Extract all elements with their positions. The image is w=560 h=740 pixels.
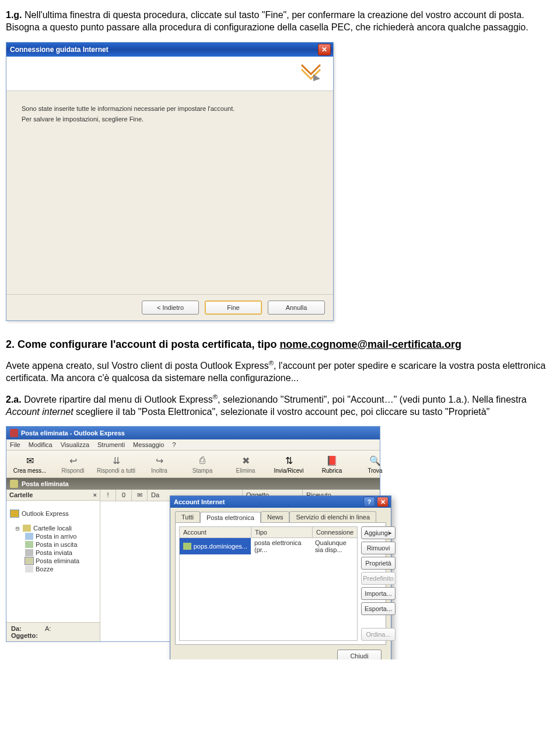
- tb-contacts[interactable]: 📕Rubrica: [312, 453, 352, 475]
- col-priority[interactable]: !: [100, 490, 116, 501]
- account-list-header: Account Tipo Connessione: [180, 527, 357, 538]
- wizard-title: Connessione guidata Internet: [10, 46, 318, 54]
- tree-local[interactable]: ⊟Cartelle locali: [10, 524, 100, 532]
- tb-delete: ✖Elimina: [226, 453, 265, 475]
- wizard-titlebar: Connessione guidata Internet ✕: [6, 43, 333, 57]
- account-side-buttons: Aggiungi Rimuovi Proprietà Predefinito I…: [361, 526, 396, 641]
- tree-close-icon[interactable]: ×: [93, 491, 97, 498]
- wizard-line2: Per salvare le impostazioni, scegliere F…: [22, 116, 318, 123]
- reply-icon: ↩: [66, 454, 80, 467]
- oe-icon: [10, 509, 19, 518]
- account-conn: Qualunque sia disp...: [312, 538, 357, 554]
- finish-button[interactable]: Fine: [205, 301, 262, 315]
- forward-icon: ↪: [152, 454, 166, 467]
- outbox-icon: [25, 541, 33, 548]
- menu-view[interactable]: Visualizza: [61, 441, 89, 448]
- para-2a-a: Dovrete ripartire dal menu di Outlook Ex…: [22, 395, 213, 404]
- heading-2: 2. Come configurare l'account di posta c…: [6, 338, 554, 351]
- drafts-icon: [25, 566, 33, 573]
- menu-help[interactable]: ?: [172, 441, 176, 448]
- wizard-button-row: < Indietro Fine Annulla: [6, 294, 333, 320]
- reg-mark-2: ®: [213, 393, 218, 400]
- tab-all[interactable]: Tutti: [175, 511, 200, 522]
- menu-edit[interactable]: Modifica: [29, 441, 52, 448]
- tree-sent[interactable]: Posta inviata: [10, 549, 100, 557]
- tb-replyall: ⇊Rispondi a tutti: [96, 453, 136, 475]
- tree-outbox[interactable]: Posta in uscita: [10, 540, 100, 549]
- wizard-flag-icon: [298, 61, 324, 87]
- account-internet-dialog: Account Internet ? ✕ Tutti Posta elettro…: [170, 495, 391, 659]
- close-icon[interactable]: ✕: [318, 44, 331, 55]
- remove-button[interactable]: Rimuovi: [361, 542, 396, 554]
- delete-icon: ✖: [239, 454, 253, 467]
- svg-marker-0: [313, 74, 320, 81]
- order-button: Ordina...: [361, 628, 396, 641]
- tree-drafts[interactable]: Bozze: [10, 565, 100, 573]
- create-icon: ✉: [23, 454, 37, 467]
- oe-titlebar: Posta eliminata - Outlook Express: [6, 427, 380, 439]
- acol-account[interactable]: Account: [180, 527, 251, 537]
- close-button[interactable]: Chiudi: [337, 650, 382, 659]
- folder-tree-header: Cartelle ×: [6, 490, 100, 501]
- outlook-express-window: Posta eliminata - Outlook Express File M…: [6, 426, 380, 642]
- deleted-icon: [25, 557, 33, 564]
- contacts-icon: 📕: [325, 454, 339, 467]
- wizard-body: Sono state inserite tutte le informazion…: [6, 91, 333, 294]
- acct-titlebar: Account Internet ? ✕: [170, 496, 391, 508]
- oe-subtitlebar: Posta eliminata: [6, 478, 380, 490]
- tree-deleted[interactable]: Posta eliminata: [10, 557, 100, 565]
- tab-mail[interactable]: Posta elettronica: [200, 512, 261, 523]
- inbox-icon: [25, 533, 33, 540]
- para-2a-c: scegliere il tab "Posta Elettronica", se…: [74, 407, 490, 417]
- import-button[interactable]: Importa...: [361, 587, 396, 600]
- account-name: pops.dominioges...: [194, 543, 247, 550]
- wizard-line1: Sono state inserite tutte le informazion…: [22, 105, 318, 112]
- para-1g-lead: 1.g.: [6, 10, 22, 20]
- add-button[interactable]: Aggiungi: [361, 526, 396, 539]
- menu-file[interactable]: File: [10, 441, 20, 448]
- account-list: Account Tipo Connessione pops.dominioges…: [179, 526, 358, 641]
- find-icon: 🔍: [368, 454, 382, 467]
- oe-app-icon: [10, 429, 18, 437]
- menu-message[interactable]: Messaggio: [133, 441, 164, 448]
- folder-tree-title: Cartelle: [9, 491, 33, 498]
- tb-sendrecv[interactable]: ⇅Invia/Ricevi: [269, 453, 309, 475]
- tb-forward: ↪Inoltra: [139, 453, 179, 475]
- preview-pane: Da:A: Oggetto:: [6, 622, 100, 641]
- acol-type[interactable]: Tipo: [251, 527, 313, 537]
- tab-news[interactable]: News: [261, 511, 290, 522]
- account-type: posta elettronica (pr...: [251, 538, 312, 554]
- heading-2-prefix: 2. Come configurare l'account di posta c…: [6, 338, 279, 350]
- sendrecv-icon: ⇅: [282, 454, 296, 467]
- local-folder-icon: [23, 525, 31, 532]
- tree-root[interactable]: Outlook Express: [10, 503, 100, 524]
- acct-title: Account Internet: [174, 498, 362, 505]
- tb-find[interactable]: 🔍Trova: [355, 453, 395, 475]
- acct-close-icon[interactable]: ✕: [377, 497, 388, 507]
- col-attach[interactable]: 0: [116, 490, 132, 501]
- cancel-button[interactable]: Annulla: [268, 301, 325, 315]
- menu-tools[interactable]: Strumenti: [97, 441, 125, 448]
- acol-conn[interactable]: Connessione: [313, 527, 357, 537]
- back-button[interactable]: < Indietro: [142, 301, 199, 315]
- oe-toolbar: ✉Crea mess... ↩Rispondi ⇊Rispondi a tutt…: [6, 451, 380, 478]
- tab-directory[interactable]: Servizio di elenchi in linea: [289, 511, 376, 522]
- para-intro: Avete appena creato, sul Vostro client d…: [6, 359, 554, 385]
- col-flag[interactable]: ✉: [132, 490, 148, 501]
- account-row[interactable]: pops.dominioges... posta elettronica (pr…: [180, 538, 357, 554]
- properties-button[interactable]: Proprietà: [361, 557, 396, 570]
- help-icon[interactable]: ?: [363, 497, 375, 507]
- export-button[interactable]: Esporta...: [361, 602, 396, 615]
- wizard-window: Connessione guidata Internet ✕ Sono stat…: [6, 42, 334, 321]
- tree-inbox[interactable]: Posta in arrivo: [10, 532, 100, 540]
- tb-create[interactable]: ✉Crea mess...: [10, 453, 50, 475]
- para-2a-b: , selezionando "Strumenti", poi "Account…: [218, 395, 527, 404]
- tb-print: ⎙Stampa: [183, 453, 222, 475]
- preview-subject-label: Oggetto:: [11, 632, 41, 639]
- replyall-icon: ⇊: [109, 454, 123, 467]
- para-1g-body: Nell'ultima finestra di questa procedura…: [6, 10, 528, 32]
- tb-reply: ↩Rispondi: [53, 453, 93, 475]
- para-2a-lead: 2.a.: [6, 395, 22, 404]
- sent-icon: [25, 549, 33, 556]
- oe-menubar: File Modifica Visualizza Strumenti Messa…: [6, 439, 380, 451]
